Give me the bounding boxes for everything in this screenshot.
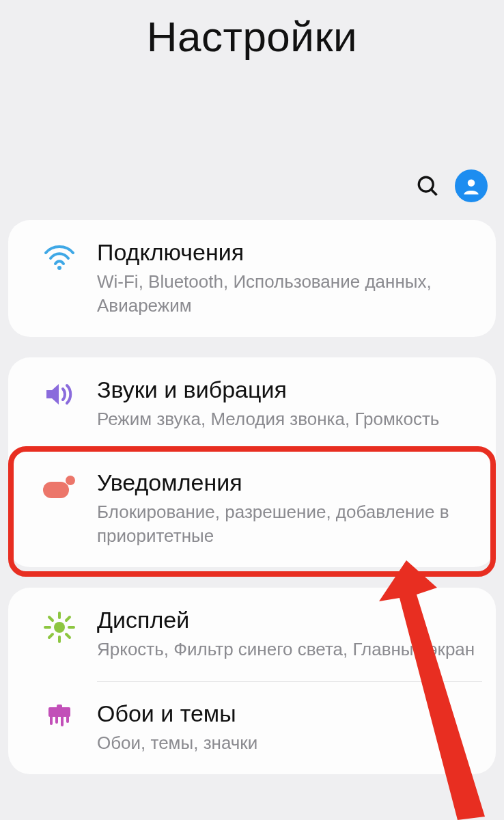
- toolbar: [415, 169, 488, 202]
- item-title: Подключения: [97, 239, 479, 266]
- svg-line-13: [49, 634, 53, 638]
- item-text: Подключения Wi-Fi, Bluetooth, Использова…: [97, 239, 479, 318]
- wifi-icon: [22, 239, 97, 271]
- settings-list: Подключения Wi-Fi, Bluetooth, Использова…: [0, 220, 504, 774]
- item-title: Дисплей: [97, 607, 479, 633]
- page-header: Настройки: [0, 0, 504, 61]
- svg-rect-15: [48, 707, 70, 717]
- svg-line-1: [432, 190, 437, 195]
- item-text: Обои и темы Обои, темы, значки: [97, 700, 479, 755]
- settings-item-notifications[interactable]: Уведомления Блокирование, разрешение, до…: [8, 450, 496, 567]
- settings-item-connections[interactable]: Подключения Wi-Fi, Bluetooth, Использова…: [8, 220, 496, 337]
- item-subtitle: Wi-Fi, Bluetooth, Использование данных, …: [97, 270, 479, 318]
- brush-icon: [22, 700, 97, 737]
- settings-item-sound[interactable]: Звуки и вибрация Режим звука, Мелодия зв…: [8, 357, 496, 450]
- item-text: Уведомления Блокирование, разрешение, до…: [97, 469, 479, 548]
- notification-icon: [22, 469, 97, 501]
- svg-point-2: [468, 179, 475, 187]
- svg-rect-20: [57, 705, 62, 709]
- svg-point-0: [419, 177, 433, 191]
- profile-avatar[interactable]: [455, 169, 488, 202]
- sound-icon: [22, 377, 97, 408]
- item-text: Звуки и вибрация Режим звука, Мелодия зв…: [97, 377, 479, 431]
- svg-point-3: [57, 266, 61, 270]
- item-subtitle: Блокирование, разрешение, добавление в п…: [97, 500, 479, 548]
- settings-group: Дисплей Яркость, Фильтр синего света, Гл…: [8, 588, 496, 774]
- item-subtitle: Обои, темы, значки: [97, 731, 479, 755]
- item-title: Звуки и вибрация: [97, 377, 479, 403]
- svg-point-5: [66, 476, 75, 485]
- settings-item-display[interactable]: Дисплей Яркость, Фильтр синего света, Гл…: [8, 588, 496, 681]
- settings-group: Звуки и вибрация Режим звука, Мелодия зв…: [8, 357, 496, 567]
- svg-point-6: [54, 622, 65, 633]
- svg-rect-4: [43, 482, 69, 498]
- svg-line-11: [49, 617, 53, 620]
- item-title: Обои и темы: [97, 700, 479, 727]
- item-subtitle: Яркость, Фильтр синего света, Главный эк…: [97, 638, 479, 661]
- svg-line-14: [66, 617, 70, 620]
- item-title: Уведомления: [97, 469, 479, 496]
- page-title: Настройки: [0, 12, 504, 61]
- item-subtitle: Режим звука, Мелодия звонка, Громкость: [97, 407, 479, 431]
- settings-group: Подключения Wi-Fi, Bluetooth, Использова…: [8, 220, 496, 337]
- svg-line-12: [66, 634, 70, 638]
- item-text: Дисплей Яркость, Фильтр синего света, Гл…: [97, 607, 479, 661]
- brightness-icon: [22, 607, 97, 644]
- settings-item-wallpaper[interactable]: Обои и темы Обои, темы, значки: [8, 681, 496, 774]
- search-icon[interactable]: [415, 174, 440, 198]
